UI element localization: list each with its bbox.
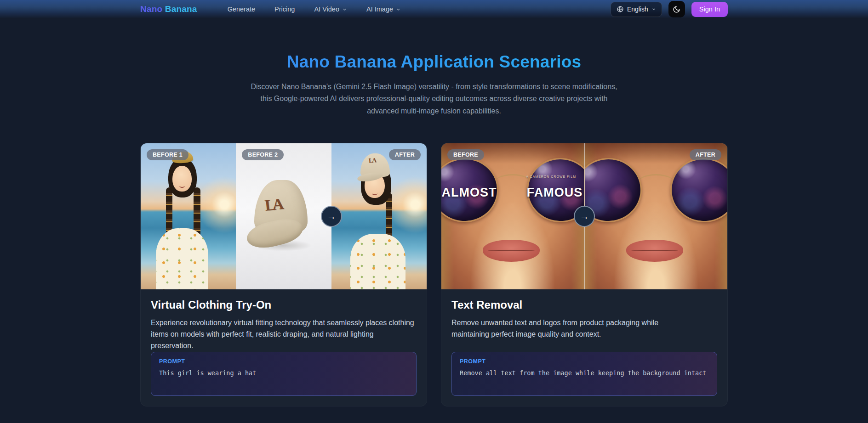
- page: Nano Banana Generate Pricing AI Video AI…: [0, 0, 868, 423]
- nav-link-ai-image-label: AI Image: [366, 6, 393, 13]
- card-media: BEFORE 1 BEFORE 2 LA: [141, 143, 427, 289]
- sunglasses-bridge: [638, 174, 675, 192]
- card-title: Virtual Clothing Try-On: [151, 299, 417, 311]
- after-badge: AFTER: [389, 149, 421, 160]
- hero-description: Discover Nano Banana's (Gemini 2.5 Flash…: [250, 81, 618, 117]
- before-badge: BEFORE: [447, 149, 484, 160]
- prompt-text: Remove all text from the image while kee…: [460, 369, 709, 377]
- before-2-image: BEFORE 2 LA: [236, 143, 331, 289]
- prompt-text: This girl is wearing a hat: [159, 369, 408, 377]
- globe-icon: [617, 6, 624, 13]
- girl-floral-dress: [350, 234, 405, 289]
- poster-word-almost: ALMOST: [441, 186, 497, 200]
- brand-name-part1: Nano: [140, 4, 162, 14]
- arrow-right-icon: →: [580, 211, 589, 222]
- arrow-right-button[interactable]: →: [321, 206, 342, 227]
- language-label: English: [627, 6, 648, 13]
- card-media: BEFORE A CAMERON CROWE FILM ALMOST FAMOU…: [441, 143, 727, 289]
- sunglasses-right-lens: [668, 156, 727, 225]
- prompt-label: PROMPT: [460, 358, 709, 365]
- theme-toggle-button[interactable]: [668, 1, 685, 17]
- card-body: Virtual Clothing Try-On Experience revol…: [141, 289, 427, 406]
- poster-credit-text: A CAMERON CROWE FILM: [525, 175, 577, 178]
- after-badge: AFTER: [690, 149, 721, 160]
- nav-link-ai-video-label: AI Video: [314, 6, 339, 13]
- card-description: Remove unwanted text and logos from prod…: [451, 317, 677, 340]
- before-1-image: BEFORE 1: [141, 143, 236, 289]
- main-content: Nano Banana Application Scenarios Discov…: [0, 18, 868, 406]
- chevron-down-icon: [342, 7, 347, 12]
- after-image: AFTER: [584, 143, 727, 289]
- before-1-badge: BEFORE 1: [147, 149, 188, 160]
- card-description: Experience revolutionary virtual fitting…: [151, 317, 417, 351]
- brand-name-part2: Banana: [165, 4, 197, 14]
- nav-actions: English Sign In: [611, 1, 728, 17]
- brand-logo[interactable]: Nano Banana: [140, 4, 197, 14]
- navbar: Nano Banana Generate Pricing AI Video AI…: [0, 0, 868, 18]
- nav-link-ai-image[interactable]: AI Image: [366, 6, 401, 13]
- chevron-down-icon: [396, 7, 401, 12]
- poster-word-famous: FAMOUS: [525, 186, 584, 200]
- chevron-down-icon: [651, 7, 656, 11]
- prompt-label: PROMPT: [159, 358, 408, 365]
- lips: [626, 240, 683, 262]
- lips: [483, 240, 540, 262]
- language-selector[interactable]: English: [611, 2, 662, 17]
- before-2-badge: BEFORE 2: [242, 149, 284, 160]
- arrow-right-icon: →: [327, 211, 336, 222]
- prompt-box: PROMPT Remove all text from the image wh…: [451, 352, 717, 396]
- cap-la-logo: LA: [264, 195, 282, 214]
- scenario-cards: BEFORE 1 BEFORE 2 LA: [140, 143, 728, 406]
- moon-icon: [673, 6, 680, 13]
- nav-link-generate[interactable]: Generate: [228, 6, 255, 13]
- scenario-card-text-removal: BEFORE A CAMERON CROWE FILM ALMOST FAMOU…: [441, 143, 728, 406]
- card-title: Text Removal: [451, 299, 717, 311]
- arrow-right-button[interactable]: →: [574, 206, 595, 227]
- scenario-card-virtual-clothing: BEFORE 1 BEFORE 2 LA: [140, 143, 427, 406]
- prompt-box: PROMPT This girl is wearing a hat: [151, 352, 417, 396]
- nav-link-ai-video[interactable]: AI Video: [314, 6, 347, 13]
- after-image: AFTER LA: [331, 143, 427, 289]
- sign-in-button[interactable]: Sign In: [691, 2, 728, 17]
- girl-floral-dress: [156, 228, 208, 290]
- page-title: Nano Banana Application Scenarios: [0, 52, 868, 72]
- nav-link-pricing[interactable]: Pricing: [274, 6, 295, 13]
- nav-links: Generate Pricing AI Video AI Image: [228, 6, 401, 13]
- before-image: BEFORE A CAMERON CROWE FILM ALMOST FAMOU…: [441, 143, 584, 289]
- cap-la-logo: LA: [368, 157, 376, 165]
- card-body: Text Removal Remove unwanted text and lo…: [441, 289, 727, 406]
